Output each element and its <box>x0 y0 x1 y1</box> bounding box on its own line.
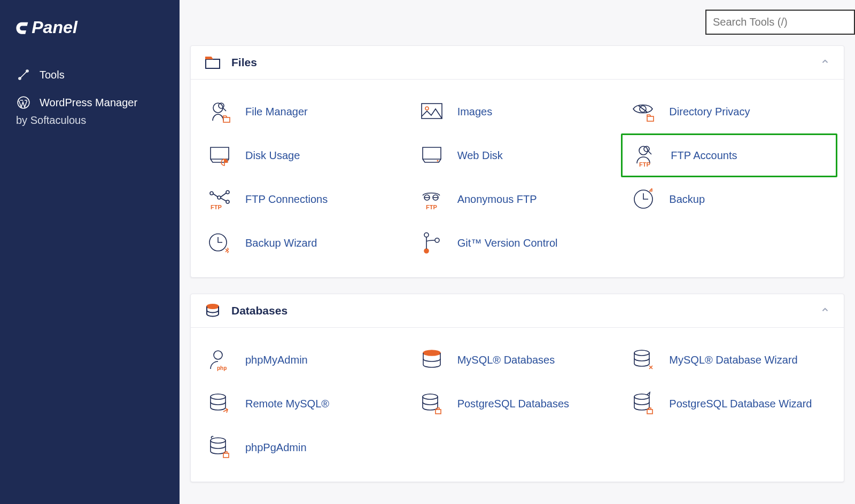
svg-rect-40 <box>223 453 229 458</box>
web-disk-icon <box>417 140 447 170</box>
item-label: phpPgAdmin <box>245 442 307 454</box>
panel-title: Databases <box>231 304 287 317</box>
svg-point-13 <box>639 146 648 155</box>
item-postgresql-databases[interactable]: PostgreSQL Databases <box>417 389 618 419</box>
database-icon <box>205 303 221 319</box>
svg-point-12 <box>437 160 438 162</box>
panel-header-files[interactable]: Files <box>191 46 844 80</box>
ftp-connections-icon: FTP <box>205 184 235 214</box>
git-icon <box>417 228 447 258</box>
search-input[interactable] <box>705 10 855 35</box>
svg-text:FTP: FTP <box>426 204 437 210</box>
svg-point-16 <box>210 192 213 195</box>
panel-title: Files <box>231 56 257 69</box>
svg-rect-38 <box>647 410 652 414</box>
images-icon <box>417 97 447 127</box>
item-file-manager[interactable]: File Manager <box>205 97 406 127</box>
mysql-wizard-icon <box>628 345 658 375</box>
item-label: Anonymous FTP <box>457 193 537 206</box>
svg-point-19 <box>226 200 229 203</box>
svg-text:FTP: FTP <box>639 161 650 168</box>
phppgadmin-icon <box>205 432 235 462</box>
remote-mysql-icon <box>205 389 235 419</box>
main-content: Files File Manage <box>180 0 855 504</box>
svg-text:FTP: FTP <box>211 204 222 210</box>
directory-privacy-icon <box>628 97 658 127</box>
svg-point-18 <box>226 191 229 194</box>
chevron-up-icon <box>820 305 830 317</box>
item-mysql-databases[interactable]: MySQL® Databases <box>417 345 618 375</box>
ftp-accounts-icon: FTP <box>630 140 660 170</box>
item-disk-usage[interactable]: Disk Usage <box>205 140 406 170</box>
phpmyadmin-icon: php <box>205 345 235 375</box>
item-web-disk[interactable]: Web Disk <box>417 140 618 170</box>
item-label: Web Disk <box>457 149 503 162</box>
item-label: Git™ Version Control <box>457 237 558 249</box>
cpanel-logo[interactable]: Panel <box>0 16 180 61</box>
nav-label: WordPress Manager <box>40 97 137 109</box>
svg-point-34 <box>211 394 226 399</box>
item-ftp-accounts[interactable]: FTP FTP Accounts <box>621 133 837 177</box>
svg-text:php: php <box>217 365 227 371</box>
svg-point-5 <box>213 103 223 113</box>
item-label: phpMyAdmin <box>245 354 308 366</box>
svg-point-35 <box>423 394 438 399</box>
svg-point-9 <box>425 107 429 110</box>
item-label: MySQL® Database Wizard <box>669 354 797 366</box>
nav-tools[interactable]: Tools <box>0 61 180 89</box>
item-ftp-connections[interactable]: FTP FTP Connections <box>205 184 406 214</box>
postgresql-databases-icon <box>417 389 447 419</box>
folder-icon <box>205 54 221 70</box>
svg-point-28 <box>435 238 439 242</box>
svg-point-37 <box>634 394 649 399</box>
wordpress-icon <box>16 95 31 110</box>
anonymous-ftp-icon: FTP <box>417 184 447 214</box>
item-label: Images <box>457 106 493 118</box>
chevron-up-icon <box>820 57 830 68</box>
panel-files: Files File Manage <box>190 45 844 278</box>
item-images[interactable]: Images <box>417 97 618 127</box>
item-label: PostgreSQL Databases <box>457 398 569 410</box>
svg-point-33 <box>634 350 649 356</box>
item-backup[interactable]: Backup <box>628 184 830 214</box>
disk-usage-icon <box>205 140 235 170</box>
svg-rect-36 <box>436 410 441 414</box>
tools-icon <box>16 67 31 82</box>
svg-point-26 <box>424 233 429 237</box>
mysql-databases-icon <box>417 345 447 375</box>
item-postgresql-database-wizard[interactable]: PostgreSQL Database Wizard <box>628 389 830 419</box>
nav-subtitle: by Softaculous <box>0 111 180 127</box>
svg-point-27 <box>424 249 429 253</box>
nav-label: Tools <box>40 69 65 81</box>
item-git-version-control[interactable]: Git™ Version Control <box>417 228 618 258</box>
item-label: Backup Wizard <box>245 237 317 249</box>
postgresql-wizard-icon <box>628 389 658 419</box>
svg-point-32 <box>423 350 440 356</box>
item-phpmyadmin[interactable]: php phpMyAdmin <box>205 345 406 375</box>
item-label: Backup <box>669 193 705 206</box>
svg-rect-11 <box>647 116 654 121</box>
svg-point-17 <box>217 196 221 199</box>
item-label: File Manager <box>245 106 308 118</box>
svg-rect-7 <box>223 117 230 122</box>
svg-text:Panel: Panel <box>32 18 78 37</box>
item-label: FTP Accounts <box>671 149 737 162</box>
item-directory-privacy[interactable]: Directory Privacy <box>628 97 830 127</box>
item-label: Disk Usage <box>245 149 300 162</box>
topbar <box>180 10 855 45</box>
item-phppgadmin[interactable]: phpPgAdmin <box>205 432 406 462</box>
panel-databases: Databases php phpMyAdmin <box>190 294 844 482</box>
item-label: Remote MySQL® <box>245 398 329 410</box>
svg-rect-4 <box>206 59 220 68</box>
svg-point-30 <box>214 351 222 359</box>
item-label: Directory Privacy <box>669 106 750 118</box>
nav-wordpress-manager[interactable]: WordPress Manager <box>0 89 180 111</box>
item-label: FTP Connections <box>245 193 328 206</box>
item-mysql-database-wizard[interactable]: MySQL® Database Wizard <box>628 345 830 375</box>
item-backup-wizard[interactable]: Backup Wizard <box>205 228 406 258</box>
item-remote-mysql[interactable]: Remote MySQL® <box>205 389 406 419</box>
item-anonymous-ftp[interactable]: FTP Anonymous FTP <box>417 184 618 214</box>
svg-rect-8 <box>422 104 442 119</box>
panel-header-databases[interactable]: Databases <box>191 294 844 328</box>
backup-icon <box>628 184 658 214</box>
